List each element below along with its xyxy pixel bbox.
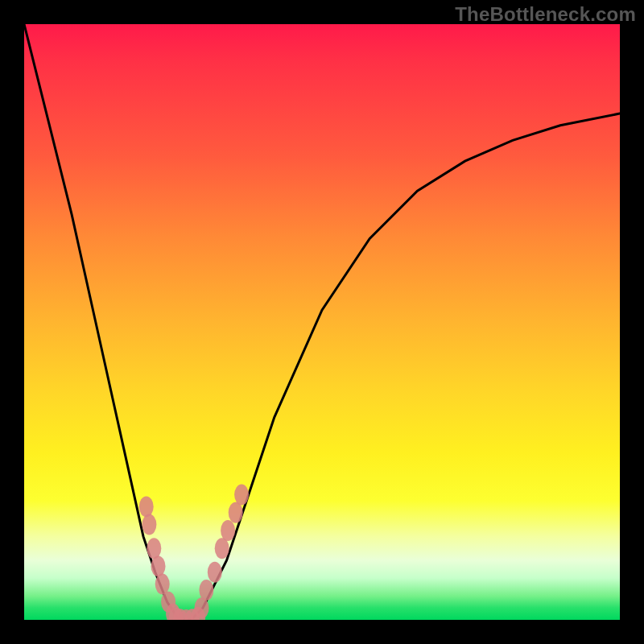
data-marker bbox=[139, 496, 154, 517]
marker-cluster-bottom bbox=[169, 607, 205, 620]
marker-cluster-right bbox=[195, 485, 250, 619]
chart-frame: TheBottleneck.com bbox=[0, 0, 644, 644]
curve-svg bbox=[24, 24, 620, 620]
data-marker bbox=[142, 514, 156, 535]
data-marker bbox=[147, 538, 161, 559]
data-marker bbox=[155, 574, 170, 595]
watermark-text: TheBottleneck.com bbox=[455, 3, 636, 26]
plot-area bbox=[24, 24, 620, 620]
data-marker bbox=[229, 502, 243, 523]
data-marker bbox=[234, 485, 249, 506]
marker-cluster-left bbox=[139, 496, 180, 620]
data-marker bbox=[208, 562, 222, 583]
data-marker bbox=[199, 580, 213, 601]
data-marker bbox=[221, 520, 235, 541]
data-marker bbox=[215, 538, 229, 559]
bottleneck-curve bbox=[24, 24, 620, 620]
data-marker bbox=[151, 555, 166, 576]
